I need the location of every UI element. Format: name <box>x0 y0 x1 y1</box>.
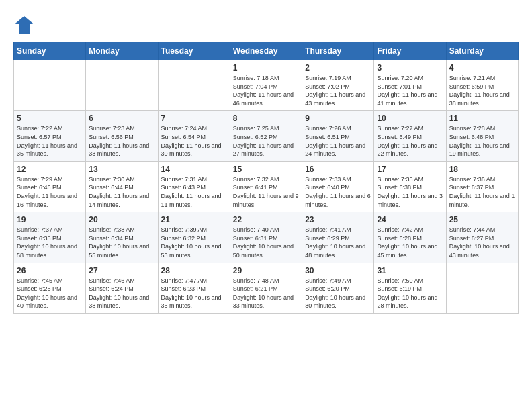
day-number: 15 <box>233 165 299 174</box>
calendar-cell: 27Sunrise: 7:46 AMSunset: 6:24 PMDayligh… <box>86 263 158 313</box>
calendar-cell: 15Sunrise: 7:32 AMSunset: 6:41 PMDayligh… <box>230 161 302 212</box>
day-info: Sunrise: 7:21 AMSunset: 6:59 PMDaylight:… <box>449 74 515 107</box>
calendar-cell <box>86 60 158 111</box>
day-number: 13 <box>89 165 154 174</box>
day-info: Sunrise: 7:33 AMSunset: 6:40 PMDaylight:… <box>305 175 371 209</box>
day-info: Sunrise: 7:26 AMSunset: 6:51 PMDaylight:… <box>305 124 371 158</box>
day-number: 27 <box>89 266 154 275</box>
calendar-cell <box>14 60 86 111</box>
day-header: Monday <box>86 42 158 60</box>
calendar-cell: 16Sunrise: 7:33 AMSunset: 6:40 PMDayligh… <box>302 161 374 212</box>
day-header: Friday <box>374 42 446 60</box>
day-number: 4 <box>449 63 515 73</box>
calendar-week-row: 26Sunrise: 7:45 AMSunset: 6:25 PMDayligh… <box>14 263 519 313</box>
logo-icon <box>13 13 35 35</box>
calendar-week-row: 5Sunrise: 7:22 AMSunset: 6:57 PMDaylight… <box>14 111 519 161</box>
calendar-cell: 11Sunrise: 7:28 AMSunset: 6:48 PMDayligh… <box>446 111 518 161</box>
day-info: Sunrise: 7:29 AMSunset: 6:46 PMDaylight:… <box>17 175 83 209</box>
day-number: 12 <box>17 165 83 174</box>
calendar-cell: 23Sunrise: 7:41 AMSunset: 6:29 PMDayligh… <box>302 212 374 263</box>
calendar-cell: 5Sunrise: 7:22 AMSunset: 6:57 PMDaylight… <box>14 111 86 161</box>
calendar-cell: 28Sunrise: 7:47 AMSunset: 6:23 PMDayligh… <box>158 263 230 313</box>
day-info: Sunrise: 7:48 AMSunset: 6:21 PMDaylight:… <box>233 277 299 310</box>
day-info: Sunrise: 7:22 AMSunset: 6:57 PMDaylight:… <box>17 124 83 158</box>
day-info: Sunrise: 7:25 AMSunset: 6:52 PMDaylight:… <box>233 124 299 158</box>
day-info: Sunrise: 7:46 AMSunset: 6:24 PMDaylight:… <box>89 277 154 310</box>
calendar-cell <box>446 263 518 313</box>
day-number: 30 <box>305 266 371 275</box>
calendar-cell: 10Sunrise: 7:27 AMSunset: 6:49 PMDayligh… <box>374 111 446 161</box>
day-number: 22 <box>233 215 299 224</box>
calendar-week-row: 12Sunrise: 7:29 AMSunset: 6:46 PMDayligh… <box>14 161 519 212</box>
day-info: Sunrise: 7:44 AMSunset: 6:27 PMDaylight:… <box>449 226 515 259</box>
calendar-cell: 2Sunrise: 7:19 AMSunset: 7:02 PMDaylight… <box>302 60 374 111</box>
logo <box>13 13 38 35</box>
calendar-cell <box>158 60 230 111</box>
day-number: 8 <box>233 113 299 123</box>
calendar-cell: 22Sunrise: 7:40 AMSunset: 6:31 PMDayligh… <box>230 212 302 263</box>
calendar-week-row: 1Sunrise: 7:18 AMSunset: 7:04 PMDaylight… <box>14 60 519 111</box>
day-info: Sunrise: 7:20 AMSunset: 7:01 PMDaylight:… <box>377 74 443 107</box>
calendar-cell: 18Sunrise: 7:36 AMSunset: 6:37 PMDayligh… <box>446 161 518 212</box>
day-info: Sunrise: 7:32 AMSunset: 6:41 PMDaylight:… <box>233 175 299 209</box>
day-number: 28 <box>161 266 227 275</box>
calendar-cell: 7Sunrise: 7:24 AMSunset: 6:54 PMDaylight… <box>158 111 230 161</box>
day-number: 10 <box>377 113 443 123</box>
day-number: 20 <box>89 215 154 224</box>
day-info: Sunrise: 7:41 AMSunset: 6:29 PMDaylight:… <box>305 226 371 259</box>
day-info: Sunrise: 7:30 AMSunset: 6:44 PMDaylight:… <box>89 175 154 209</box>
calendar-cell: 6Sunrise: 7:23 AMSunset: 6:56 PMDaylight… <box>86 111 158 161</box>
calendar-cell: 24Sunrise: 7:42 AMSunset: 6:28 PMDayligh… <box>374 212 446 263</box>
day-info: Sunrise: 7:45 AMSunset: 6:25 PMDaylight:… <box>17 277 83 310</box>
day-info: Sunrise: 7:19 AMSunset: 7:02 PMDaylight:… <box>305 74 371 107</box>
calendar-cell: 20Sunrise: 7:38 AMSunset: 6:34 PMDayligh… <box>86 212 158 263</box>
day-number: 1 <box>233 63 299 73</box>
day-number: 21 <box>161 215 227 224</box>
calendar-cell: 25Sunrise: 7:44 AMSunset: 6:27 PMDayligh… <box>446 212 518 263</box>
day-info: Sunrise: 7:36 AMSunset: 6:37 PMDaylight:… <box>449 175 515 209</box>
day-number: 9 <box>305 113 371 123</box>
calendar-week-row: 19Sunrise: 7:37 AMSunset: 6:35 PMDayligh… <box>14 212 519 263</box>
calendar-cell: 31Sunrise: 7:50 AMSunset: 6:19 PMDayligh… <box>374 263 446 313</box>
calendar-cell: 29Sunrise: 7:48 AMSunset: 6:21 PMDayligh… <box>230 263 302 313</box>
day-info: Sunrise: 7:37 AMSunset: 6:35 PMDaylight:… <box>17 226 83 259</box>
day-number: 2 <box>305 63 371 73</box>
calendar-cell: 8Sunrise: 7:25 AMSunset: 6:52 PMDaylight… <box>230 111 302 161</box>
day-number: 24 <box>377 215 443 224</box>
day-number: 18 <box>449 165 515 174</box>
calendar-cell: 4Sunrise: 7:21 AMSunset: 6:59 PMDaylight… <box>446 60 518 111</box>
calendar-cell: 13Sunrise: 7:30 AMSunset: 6:44 PMDayligh… <box>86 161 158 212</box>
day-info: Sunrise: 7:24 AMSunset: 6:54 PMDaylight:… <box>161 124 227 158</box>
day-number: 26 <box>17 266 83 275</box>
day-number: 23 <box>305 215 371 224</box>
day-number: 29 <box>233 266 299 275</box>
day-info: Sunrise: 7:27 AMSunset: 6:49 PMDaylight:… <box>377 124 443 158</box>
day-info: Sunrise: 7:40 AMSunset: 6:31 PMDaylight:… <box>233 226 299 259</box>
day-number: 16 <box>305 165 371 174</box>
calendar-cell: 14Sunrise: 7:31 AMSunset: 6:43 PMDayligh… <box>158 161 230 212</box>
day-number: 5 <box>17 113 83 123</box>
day-info: Sunrise: 7:28 AMSunset: 6:48 PMDaylight:… <box>449 124 515 158</box>
day-header: Thursday <box>302 42 374 60</box>
calendar-cell: 3Sunrise: 7:20 AMSunset: 7:01 PMDaylight… <box>374 60 446 111</box>
page-header <box>13 13 519 35</box>
day-number: 6 <box>89 113 154 123</box>
calendar-header-row: SundayMondayTuesdayWednesdayThursdayFrid… <box>14 42 519 60</box>
calendar-cell: 1Sunrise: 7:18 AMSunset: 7:04 PMDaylight… <box>230 60 302 111</box>
day-info: Sunrise: 7:39 AMSunset: 6:32 PMDaylight:… <box>161 226 227 259</box>
day-info: Sunrise: 7:23 AMSunset: 6:56 PMDaylight:… <box>89 124 154 158</box>
day-number: 7 <box>161 113 227 123</box>
day-info: Sunrise: 7:42 AMSunset: 6:28 PMDaylight:… <box>377 226 443 259</box>
day-header: Tuesday <box>158 42 230 60</box>
day-number: 19 <box>17 215 83 224</box>
day-number: 17 <box>377 165 443 174</box>
calendar-cell: 30Sunrise: 7:49 AMSunset: 6:20 PMDayligh… <box>302 263 374 313</box>
day-info: Sunrise: 7:35 AMSunset: 6:38 PMDaylight:… <box>377 175 443 209</box>
calendar-cell: 9Sunrise: 7:26 AMSunset: 6:51 PMDaylight… <box>302 111 374 161</box>
calendar-cell: 19Sunrise: 7:37 AMSunset: 6:35 PMDayligh… <box>14 212 86 263</box>
day-info: Sunrise: 7:18 AMSunset: 7:04 PMDaylight:… <box>233 74 299 107</box>
day-number: 11 <box>449 113 515 123</box>
calendar: SundayMondayTuesdayWednesdayThursdayFrid… <box>13 42 519 314</box>
day-info: Sunrise: 7:49 AMSunset: 6:20 PMDaylight:… <box>305 277 371 310</box>
day-header: Saturday <box>446 42 518 60</box>
